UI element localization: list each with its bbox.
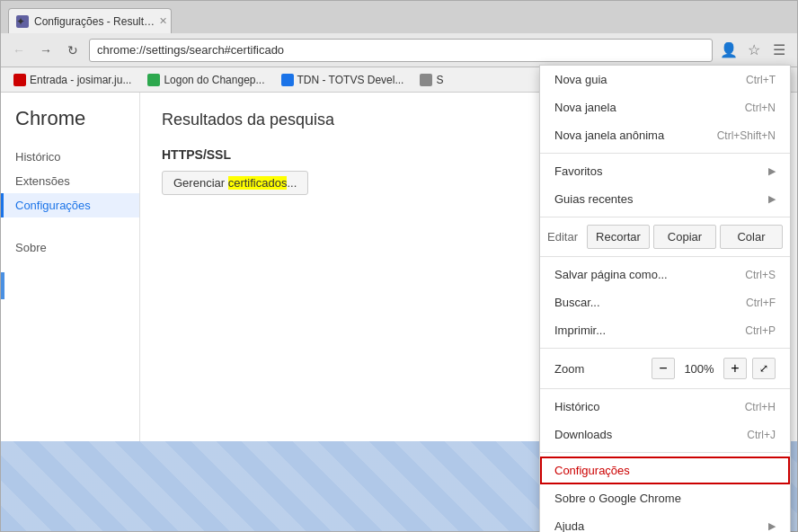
menu-divider-1 [540,153,790,154]
bookmark-entrada-icon [13,74,26,86]
bookmark-tdn-icon [281,74,294,86]
dropdown-menu: Nova guia Ctrl+T Nova janela Ctrl+N Nova… [539,65,791,532]
zoom-label: Zoom [554,362,599,376]
sidebar-item-configuracoes[interactable]: Configurações [1,193,139,217]
menu-divider-5 [540,388,790,389]
browser-window: ✦ Configurações - Resultad... ✕ ← → ↻ 👤 … [0,0,798,532]
tab-close-button[interactable]: ✕ [159,15,167,27]
menu-item-guias-recentes[interactable]: Guias recentes ▶ [540,185,790,213]
sidebar-item-historico[interactable]: Histórico [1,145,139,169]
copiar-button[interactable]: Copiar [653,225,716,249]
bookmark-logon[interactable]: Logon do Changep... [142,72,270,88]
bookmark-entrada-label: Entrada - josimar.ju... [30,74,131,86]
menu-zoom-row: Zoom − 100% + ⤢ [540,352,790,385]
tab-bar: ✦ Configurações - Resultad... ✕ [1,1,797,33]
menu-divider-2 [540,217,790,217]
bookmark-logon-label: Logon do Changep... [164,74,264,86]
menu-item-ajuda[interactable]: Ajuda ▶ [540,512,790,532]
bookmark-s-icon [420,74,432,86]
zoom-fullscreen-button[interactable]: ⤢ [752,358,776,379]
menu-divider-3 [540,256,790,257]
menu-item-favoritos[interactable]: Favoritos ▶ [540,157,790,185]
manage-certificates-button[interactable]: Gerenciar certificados... [162,171,308,195]
profile-icon[interactable]: 👤 [718,40,740,61]
zoom-minus-button[interactable]: − [652,358,675,379]
zoom-controls: − 100% + ⤢ [652,358,776,379]
menu-item-imprimir[interactable]: Imprimir... Ctrl+P [540,316,790,344]
menu-item-nova-guia[interactable]: Nova guia Ctrl+T [540,66,790,93]
bookmark-icon[interactable]: ☆ [743,40,765,61]
zoom-plus-button[interactable]: + [723,358,747,379]
menu-divider-6 [540,452,790,453]
back-button[interactable]: ← [8,40,30,61]
forward-button[interactable]: → [35,40,57,61]
tab-title: Configurações - Resultad... [34,15,160,28]
menu-item-downloads[interactable]: Downloads Ctrl+J [540,421,790,448]
active-tab[interactable]: ✦ Configurações - Resultad... ✕ [8,8,172,33]
menu-item-salvar-pagina[interactable]: Salvar página como... Ctrl+S [540,261,790,288]
highlight-certificados: certificados [228,176,288,190]
recortar-button[interactable]: Recortar [587,225,650,249]
bookmark-tdn-label: TDN - TOTVS Devel... [297,74,404,86]
bookmark-tdn[interactable]: TDN - TOTVS Devel... [276,72,410,88]
bookmark-logon-icon [147,74,160,86]
bookmark-s[interactable]: S [414,72,448,88]
edit-label: Editar [547,230,583,244]
reload-button[interactable]: ↻ [62,40,84,61]
menu-item-buscar[interactable]: Buscar... Ctrl+F [540,288,790,316]
sidebar-item-sobre[interactable]: Sobre [1,235,139,260]
address-bar: ← → ↻ 👤 ☆ ☰ [1,33,797,67]
colar-button[interactable]: Colar [720,225,783,249]
menu-item-nova-janela-anonima[interactable]: Nova janela anônima Ctrl+Shift+N [540,121,790,149]
sidebar-title: Chrome [1,107,139,145]
tab-favicon: ✦ [16,15,29,28]
menu-item-nova-janela[interactable]: Nova janela Ctrl+N [540,93,790,121]
menu-divider-4 [540,348,790,349]
menu-edit-row: Editar Recortar Copiar Colar [540,221,790,253]
menu-icon[interactable]: ☰ [768,40,790,61]
sidebar-item-extensoes[interactable]: Extensões [1,169,139,193]
zoom-value: 100% [680,362,718,376]
settings-sidebar: Chrome Histórico Extensões Configurações… [1,93,140,441]
menu-item-configuracoes[interactable]: Configurações [540,457,790,484]
menu-item-sobre-chrome[interactable]: Sobre o Google Chrome [540,484,790,512]
bookmark-entrada[interactable]: Entrada - josimar.ju... [8,72,137,88]
address-actions: 👤 ☆ ☰ [718,40,790,61]
bookmark-s-label: S [436,74,443,86]
address-input[interactable] [89,39,713,62]
active-indicator [1,272,4,299]
menu-item-historico[interactable]: Histórico Ctrl+H [540,393,790,421]
